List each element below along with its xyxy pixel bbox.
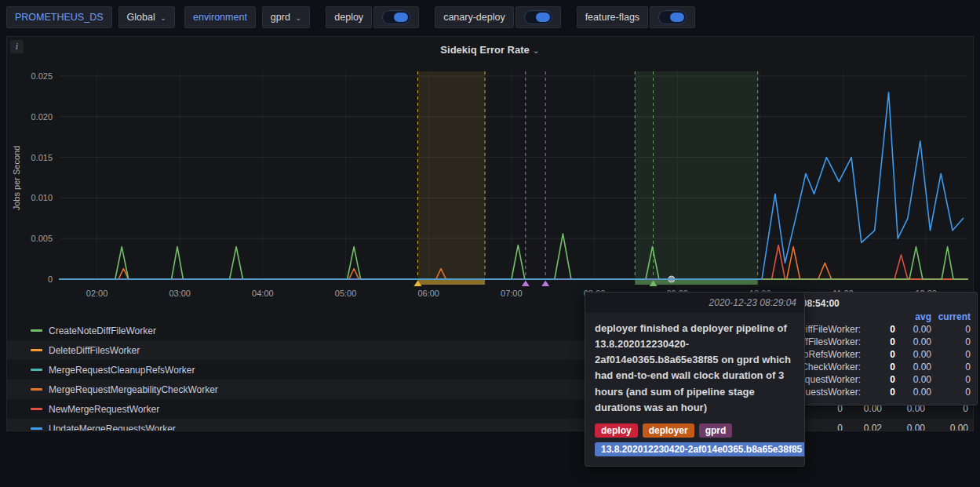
annotation-tag-gprd[interactable]: gprd <box>699 423 733 438</box>
info-icon[interactable]: i <box>10 40 24 53</box>
tooltip-cell: 0 <box>965 361 971 373</box>
series-line-NewMergeRequestWorker <box>60 245 967 280</box>
annotation-popup: 2020-12-23 08:29:04 deployer finished a … <box>585 292 805 467</box>
legend-item-label: MergeRequestMergeabilityCheckWorker <box>49 384 218 395</box>
legend-item-label: MergeRequestCleanupRefsWorker <box>49 365 195 376</box>
tooltip-cell: 0 <box>965 336 971 348</box>
tooltip-cell: 0 <box>890 361 895 373</box>
tooltip-cell: 0.00 <box>913 323 931 336</box>
y-axis-label: Jobs per Second <box>12 146 21 211</box>
tooltip-cell: 0.00 <box>913 348 931 361</box>
annotation-marker <box>541 281 549 287</box>
tooltip-cell: 0 <box>890 336 895 348</box>
y-tick-label: 0.025 <box>31 71 53 81</box>
tooltip-cell: 0 <box>965 323 971 336</box>
legend-item-label: NewMergeRequestWorker <box>49 404 159 415</box>
chevron-down-icon: ⌄ <box>160 13 166 22</box>
legend-color-dash <box>31 427 42 430</box>
legend-color-dash <box>31 388 42 391</box>
annotation-tag-13.8.202012230420-2af014e0365.b8a65e38f85[interactable]: 13.8.202012230420-2af014e0365.b8a65e38f8… <box>595 442 805 456</box>
toggle-knob <box>394 13 408 22</box>
toggle-label-canary-deploy: canary-deploy <box>435 6 514 28</box>
legend-color-dash <box>31 408 42 410</box>
legend-item-label: CreateNoteDiffFileWorker <box>49 325 156 336</box>
toggle-track <box>382 10 410 24</box>
annotation-region <box>417 71 485 279</box>
tooltip-cell: 0.00 <box>913 373 931 386</box>
toggle-track <box>524 10 552 24</box>
annotation-tag-deployer[interactable]: deployer <box>643 423 694 438</box>
panel-title[interactable]: Sidekiq Error Rate ⌄ <box>7 44 973 56</box>
toggle-knob <box>670 13 684 22</box>
y-tick-label: 0.010 <box>31 193 53 202</box>
x-tick-label: 03:00 <box>169 289 191 298</box>
toggle-label-feature-flags: feature-flags <box>577 6 648 28</box>
annotation-body: deployer finished a deployer pipeline of… <box>585 313 804 466</box>
environment-value-dropdown[interactable]: gprd ⌄ <box>262 6 310 28</box>
tooltip-cell: 0 <box>890 386 895 398</box>
series-line-MergeRequestMergeabilityCheckWorker <box>60 247 967 279</box>
datasource-picker[interactable]: PROMETHEUS_DS <box>6 6 112 28</box>
annotation-text: deployer finished a deployer pipeline of… <box>595 321 795 416</box>
annotation-region-band <box>417 280 485 285</box>
deploy-toggle[interactable] <box>373 6 419 28</box>
tooltip-cell: 0 <box>965 373 971 386</box>
annotation-tags: deploydeployergprd13.8.202012230420-2af0… <box>595 423 795 456</box>
legend-color-dash <box>31 349 42 351</box>
y-tick-label: 0.020 <box>31 112 53 122</box>
legend-value: 0.00 <box>950 419 968 431</box>
canary-deploy-toggle[interactable] <box>516 6 561 28</box>
toggle-track <box>658 10 687 24</box>
y-tick-label: 0.015 <box>31 153 53 162</box>
y-tick-label: 0.005 <box>31 234 53 243</box>
legend-item-UpdateMergeRequestsWorker[interactable]: UpdateMergeRequestsWorker00.020.000.00 <box>7 419 973 431</box>
tooltip-cell: 0.00 <box>913 386 931 398</box>
tooltip-cell: 0 <box>890 373 895 386</box>
x-tick-label: 06:00 <box>417 289 439 298</box>
tooltip-cell: 0 <box>890 323 895 336</box>
datasource-value: Global <box>127 12 155 23</box>
legend-item-label: UpdateMergeRequestsWorker <box>49 423 176 432</box>
legend-value: 0 <box>837 419 843 431</box>
tooltip-cell: 0 <box>965 348 971 361</box>
tooltip-cell: 0.00 <box>913 336 931 348</box>
variable-label-environment[interactable]: environment <box>184 6 256 28</box>
y-tick-label: 0 <box>48 274 53 284</box>
panel-title-text: Sidekiq Error Rate <box>440 44 529 56</box>
chevron-down-icon: ⌄ <box>295 13 301 22</box>
legend-item-label: DeleteDiffFilesWorker <box>49 345 140 356</box>
toggle-knob <box>536 13 550 22</box>
feature-flags-toggle[interactable] <box>650 6 695 28</box>
x-tick-label: 04:00 <box>252 289 274 298</box>
x-tick-label: 05:00 <box>335 289 357 298</box>
environment-value: gprd <box>271 12 290 23</box>
x-tick-label: 07:00 <box>501 289 523 298</box>
tooltip-cell: 0.00 <box>913 361 931 373</box>
series-line-CreateNoteDiffFileWorker <box>60 234 967 279</box>
tooltip-col-avg: avg <box>915 311 931 322</box>
legend-color-dash <box>31 369 42 371</box>
tooltip-cell: 0 <box>890 348 895 361</box>
chevron-down-icon: ⌄ <box>532 45 539 55</box>
toggle-label-deploy: deploy <box>326 6 372 28</box>
x-tick-label: 02:00 <box>86 289 108 298</box>
legend-value: 0.02 <box>864 419 882 431</box>
legend-value: 0.00 <box>907 419 925 431</box>
tooltip-col-current: current <box>938 311 971 322</box>
toolbar: PROMETHEUS_DS Global ⌄ environment gprd … <box>0 0 980 35</box>
annotation-tag-deploy[interactable]: deploy <box>595 423 638 438</box>
legend-color-dash <box>31 329 42 332</box>
datasource-value-dropdown[interactable]: Global ⌄ <box>118 6 176 28</box>
annotation-timestamp: 2020-12-23 08:29:04 <box>585 293 804 313</box>
annotation-marker <box>522 281 530 287</box>
tooltip-cell: 0 <box>965 386 971 398</box>
